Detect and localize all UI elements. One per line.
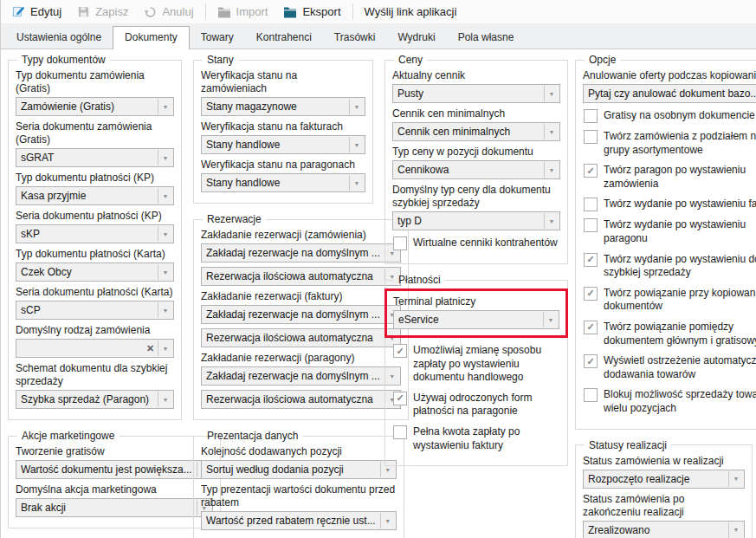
clear-icon[interactable]: ✕ — [143, 340, 158, 357]
dropdown-value: Czek Obcy — [16, 263, 158, 281]
dropdown[interactable]: Cennik cen minimalnych▼ — [392, 122, 560, 141]
toolbar-button-wy-lij-link-aplikacji[interactable]: Wyślij link aplikacji — [357, 3, 465, 21]
toolbar-button-edytuj[interactable]: Edytuj — [4, 3, 69, 21]
tab-towary[interactable]: Towary — [190, 27, 245, 49]
checkbox-box[interactable]: ✓ — [584, 253, 598, 267]
checkbox[interactable]: Pełna kwota zapłaty po wystawieniu faktu… — [393, 425, 560, 452]
toolbar-button-label: Edytuj — [30, 5, 61, 18]
field-label: Zakładanie rezerwacji (faktury) — [201, 290, 401, 303]
dropdown[interactable]: Zakładaj rezerwacje na domyślnym ...▼ — [201, 305, 401, 324]
group-title: Stany — [203, 54, 238, 66]
group-title: Płatności — [394, 274, 445, 286]
dropdown[interactable]: sGRAT▼ — [16, 148, 174, 167]
tab-wydruki[interactable]: Wydruki — [386, 27, 446, 49]
checkbox-box[interactable]: ✓ — [584, 287, 598, 301]
dropdown[interactable]: Stany magazynowe▼ — [201, 97, 365, 116]
chevron-down-icon: ▼ — [544, 124, 559, 139]
dropdown[interactable]: Brak akcji▼ — [16, 498, 213, 517]
dropdown[interactable]: Pytaj czy anulować dokument bazo...▼ — [583, 84, 756, 103]
checkbox[interactable]: Blokuj możliwość sprzedaży towaru w wiel… — [584, 388, 756, 415]
chevron-down-icon: ▼ — [158, 226, 172, 242]
checkbox[interactable]: ✓Twórz wydanie po wystawieniu dok. szybk… — [584, 253, 756, 280]
checkbox-label: Używaj odroczonych form płatności na par… — [413, 392, 560, 418]
check-icon: ✓ — [586, 322, 594, 332]
dropdown[interactable]: Zakładaj rezerwacje na domyślnym ...▼ — [201, 366, 401, 386]
dropdown-value — [16, 340, 143, 357]
dropdown[interactable]: Czek Obcy▼ — [16, 263, 174, 282]
group-box: CenyAktualny cennikPusty▼Cennik cen mini… — [384, 54, 568, 264]
field-label: Terminal płatniczy — [393, 295, 559, 308]
dropdown[interactable]: Rozpoczęto realizacje▼ — [583, 470, 745, 489]
tab-kontrahenci[interactable]: Kontrahenci — [245, 27, 323, 49]
checkbox-box[interactable] — [393, 237, 407, 250]
settings-panel: Typy dokumentówTyp dokumentu zamówienia … — [1, 49, 756, 538]
checkbox[interactable]: Gratisy na osobnym dokumencie — [584, 109, 756, 123]
checkbox[interactable]: Twórz zamówienia z podziałem na grupy as… — [584, 130, 756, 157]
checkbox-box[interactable]: ✓ — [393, 344, 407, 358]
checkbox-box[interactable]: ✓ — [584, 354, 598, 368]
undo-icon — [144, 5, 157, 18]
dropdown-value: sKP — [16, 225, 158, 243]
checkbox[interactable]: ✓Umożliwiaj zmianę sposobu zapłaty po wy… — [393, 344, 560, 385]
checkbox[interactable]: Twórz wydanie po wystawieniu paragonu — [584, 218, 756, 245]
dropdown[interactable]: Pusty▼ — [392, 84, 560, 103]
check-icon: ✓ — [586, 255, 594, 264]
checkbox-box[interactable] — [584, 130, 598, 144]
toolbar-button-eksport[interactable]: Eksport — [275, 3, 348, 21]
checkbox-box[interactable] — [584, 388, 598, 402]
checkbox[interactable]: ✓Twórz paragon po wystawieniu zamówienia — [584, 164, 756, 191]
tab-tras-wki[interactable]: Trasówki — [323, 27, 387, 49]
dropdown[interactable]: Rezerwacja ilościowa automatyczna▼ — [201, 328, 401, 347]
checkbox-label: Twórz wydanie po wystawieniu faktury — [604, 198, 756, 211]
dropdown[interactable]: Sortuj według dodania pozycji▼ — [201, 460, 397, 479]
checkbox[interactable]: Wirtualne cenniki kontrahentów — [393, 237, 560, 250]
field-label: Zakładanie rezerwacji (zamówienia) — [201, 229, 401, 242]
checkbox[interactable]: ✓Używaj odroczonych form płatności na pa… — [393, 392, 560, 418]
dropdown[interactable]: eService▼ — [393, 310, 559, 329]
dropdown[interactable]: sCP▼ — [16, 301, 174, 320]
group-title: Rezerwacje — [203, 213, 266, 225]
group-box: RezerwacjeZakładanie rezerwacji (zamówie… — [193, 213, 409, 420]
chevron-down-icon: ▼ — [349, 175, 364, 191]
checkbox-box[interactable] — [584, 218, 598, 232]
checkbox-box[interactable]: ✓ — [584, 164, 598, 178]
checkbox[interactable]: ✓Twórz powiązanie pomiędzy dokumentem gł… — [584, 321, 756, 347]
check-icon: ✓ — [396, 393, 404, 403]
checkbox-box[interactable]: ✓ — [584, 321, 598, 334]
tab-dokumenty[interactable]: Dokumenty — [113, 26, 190, 49]
checkbox-box[interactable]: ✓ — [393, 392, 407, 405]
dropdown[interactable]: Zakładaj rezerwacje na domyślnym ...▼ — [201, 243, 401, 263]
dropdown[interactable]: Rezerwacja ilościowa automatyczna▼ — [201, 390, 401, 409]
dropdown[interactable]: Zamówienie (Gratis)▼ — [16, 97, 174, 116]
dropdown[interactable]: Kasa przyjmie▼ — [16, 186, 174, 205]
dropdown[interactable]: Szybka sprzedaż (Paragon)▼ — [16, 390, 174, 409]
checkbox-label: Twórz paragon po wystawieniu zamówienia — [604, 164, 756, 191]
dropdown[interactable]: sKP▼ — [16, 224, 174, 243]
dropdown-value: sCP — [16, 301, 158, 319]
toolbar: EdytujZapiszAnulujImportEksportWyślij li… — [1, 0, 756, 23]
column-stocks-reservations: StanyWeryfikacja stanu na zamówieniachSt… — [193, 54, 373, 538]
dropdown[interactable]: typ D▼ — [392, 211, 560, 230]
dropdown[interactable]: ✕▼ — [16, 339, 174, 358]
checkbox[interactable]: Twórz wydanie po wystawieniu faktury — [584, 198, 756, 211]
dropdown[interactable]: Stany handlowe▼ — [201, 173, 365, 192]
column-options-statuses: OpcjeAnulowanie oferty podczas kopiowani… — [575, 54, 753, 538]
checkbox-box[interactable] — [393, 425, 407, 439]
toolbar-button-zapisz: Zapisz — [69, 3, 136, 21]
dropdown-value: Wartość przed rabatem ręcznie ust... — [202, 512, 380, 529]
checkbox[interactable]: ✓Wyświetl ostrzeżenie automatycznego dod… — [584, 354, 756, 381]
dropdown[interactable]: Rezerwacja ilościowa automatyczna▼ — [201, 267, 401, 286]
tab-ustawienia-og-lne[interactable]: Ustawienia ogólne — [5, 27, 113, 49]
dropdown[interactable]: Stany handlowe▼ — [201, 135, 365, 154]
dropdown[interactable]: Wartość dokumentu jest powiększa...▼ — [16, 460, 213, 479]
group-box: Akcje marketingoweTworzenie gratisówWart… — [8, 430, 221, 528]
checkbox-box[interactable] — [584, 198, 598, 211]
checkbox-box[interactable] — [584, 109, 598, 123]
chevron-down-icon: ▼ — [728, 471, 743, 487]
dropdown[interactable]: Cennikowa▼ — [392, 160, 560, 179]
tab-pola-w-asne[interactable]: Pola własne — [447, 27, 526, 49]
dropdown[interactable]: Wartość przed rabatem ręcznie ust...▼ — [201, 511, 397, 530]
toolbar-divider — [352, 3, 353, 20]
checkbox[interactable]: ✓Twórz powiązanie przy kopiowaniu dokume… — [584, 287, 756, 314]
dropdown[interactable]: Zrealizowano▼ — [583, 521, 745, 538]
